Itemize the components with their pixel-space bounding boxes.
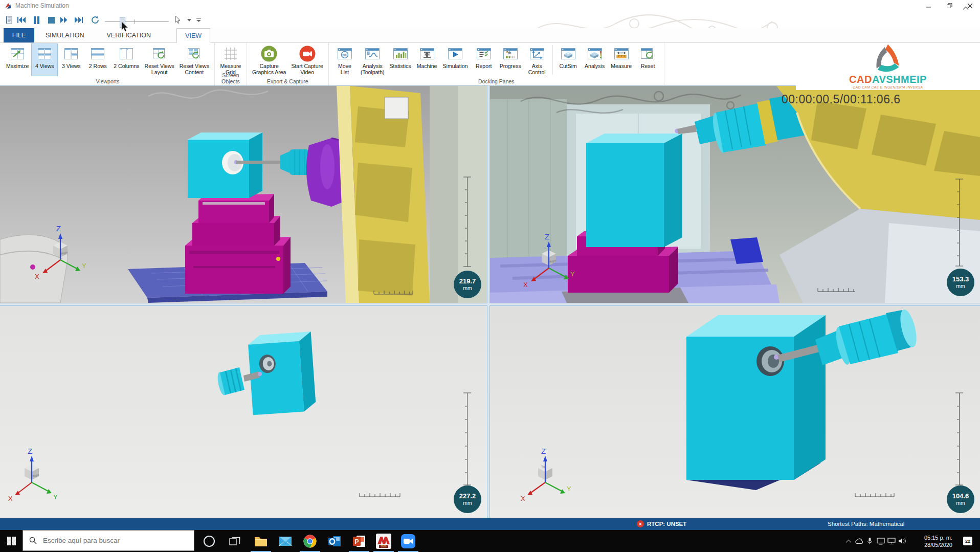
ribbon-button-reset-views-content[interactable]: Reset ViewsContent [177, 44, 211, 76]
viewport-top-left[interactable]: Right Z X Y 219.7 mm [0, 86, 487, 303]
mouse-cursor [121, 21, 129, 33]
pause-button[interactable] [32, 15, 42, 25]
button-label: Machine [417, 63, 437, 69]
ribbon-button-reset-views-layout[interactable]: Reset ViewsLayout [143, 44, 176, 76]
ribbon-button-statistics[interactable]: Statistics [388, 44, 413, 76]
button-label: Reset Views [180, 63, 209, 69]
ribbon-button-2-columns[interactable]: 2 Columns [112, 44, 141, 76]
report-icon [476, 45, 492, 63]
viewport-top-right[interactable]: Right Z X Y 00:00:00.5/00:11:06.6 153.3 … [490, 86, 980, 303]
taskbar-app-outlook[interactable] [323, 530, 346, 552]
ribbon-button-move-list[interactable]: NCMoveList [332, 44, 358, 76]
ribbon-button-4-views[interactable]: 4 Views [32, 44, 57, 76]
viewport-scene-top-right: Right Z X Y [490, 86, 980, 303]
ribbon-button-start-capture-video[interactable]: Start CaptureVideo [289, 44, 325, 76]
svg-text:Y: Y [53, 493, 58, 501]
ribbon-button-axis-control[interactable]: AxisControl [524, 44, 550, 76]
ribbon-group-screen-objects: MeasureGridScreen Objects [215, 43, 247, 85]
group-label: Docking Panes [329, 78, 664, 84]
workpiece-block [586, 134, 682, 247]
button-label: 4 Views [35, 63, 54, 69]
svg-text:X: X [523, 281, 528, 289]
ribbon-group-docking-panes: NCMoveListAnalysis(Toolpath)StatisticsMa… [329, 43, 664, 85]
start-button[interactable] [0, 530, 23, 552]
taskbar-app-mastercam-2020[interactable]: 2020 [372, 530, 395, 552]
views3-icon [63, 45, 79, 63]
tray-volume-icon[interactable] [897, 530, 907, 552]
action-center-button[interactable]: 22 [957, 530, 978, 552]
svg-text:NC: NC [342, 53, 347, 57]
taskbar-search[interactable] [23, 530, 194, 551]
taskbar-app-powerpoint[interactable]: P [347, 530, 371, 552]
button-label-2: (Toolpath) [361, 69, 385, 75]
tray-onedrive-icon[interactable] [854, 530, 864, 552]
tab-view[interactable]: VIEW [176, 28, 210, 43]
taskbar-app-mail[interactable] [274, 530, 297, 552]
machine-column [337, 86, 487, 303]
playback-slider-track[interactable] [105, 21, 169, 22]
grid-icon [223, 45, 238, 63]
taskbar-app-chrome[interactable] [298, 530, 322, 552]
ribbon-button-report[interactable]: Report [471, 44, 497, 76]
tray-microphone-icon[interactable] [864, 530, 875, 552]
ribbon-button-capture-graphics-area[interactable]: CaptureGraphics Area [250, 44, 288, 76]
taskbar-app-file-explorer[interactable] [249, 530, 273, 552]
nc-program-button[interactable] [4, 15, 14, 25]
button-label: Maximize [6, 63, 29, 69]
pointer-dropdown[interactable] [184, 15, 194, 25]
axis-icon [529, 45, 545, 63]
button-label: Analysis [585, 63, 605, 69]
taskbar: P2020 05:15 p. m.28/05/2020 22 [0, 530, 980, 552]
minimize-button[interactable] [919, 0, 939, 11]
search-input[interactable] [42, 536, 182, 545]
ribbon-button-maximize[interactable]: Maximize [4, 44, 31, 76]
svg-text:Z: Z [541, 447, 546, 455]
viewport-bottom-right[interactable]: Top Z X Y 104.6 mm [490, 306, 980, 518]
loop-button[interactable] [90, 15, 100, 25]
ribbon-button-measure[interactable]: Measure [609, 44, 634, 76]
button-label: 2 Rows [89, 63, 107, 69]
skip-to-end-button[interactable] [74, 15, 84, 25]
svg-text:Y: Y [570, 270, 575, 278]
stop-button[interactable] [46, 15, 56, 25]
brand-tagline: CAD CAM CAE E INGENIERIA INVERSA [853, 85, 923, 89]
tray-display-icon[interactable] [875, 530, 886, 552]
ribbon-button-2-rows[interactable]: 2 Rows [85, 44, 110, 76]
ribbon-button-machine[interactable]: Machine [414, 44, 440, 76]
app-icon [4, 2, 11, 9]
ribbon-button-reset[interactable]: Reset [635, 44, 661, 76]
search-icon [29, 537, 37, 544]
ribbon-button-measure-grid[interactable]: MeasureGrid [218, 44, 243, 76]
analysis3d-icon [587, 45, 603, 63]
toolbar-options-button[interactable] [193, 15, 204, 25]
title-bar: Machine Simulation [0, 0, 980, 11]
ribbon-button-progress[interactable]: %Progress [498, 44, 523, 76]
button-label-2: List [341, 69, 349, 75]
button-label: Axis [532, 63, 542, 69]
rewind-button[interactable] [16, 15, 27, 25]
pointer-mode-button[interactable] [173, 15, 183, 25]
ribbon-button-3-views[interactable]: 3 Views [58, 44, 84, 76]
fast-forward-button[interactable] [59, 15, 70, 25]
ribbon-button-analysis[interactable]: Analysis [582, 44, 608, 76]
tray-hidden-icons-icon[interactable] [843, 530, 854, 552]
taskbar-app-zoom[interactable] [396, 530, 420, 552]
ribbon-button-simulation[interactable]: Simulation [441, 44, 470, 76]
cortana-button[interactable] [197, 530, 221, 552]
ribbon-button-cutsim[interactable]: CutSim [555, 44, 581, 76]
taskbar-clock[interactable]: 05:15 p. m.28/05/2020 [915, 530, 953, 552]
measureRuler-icon [614, 45, 629, 63]
button-label: CutSim [559, 63, 576, 69]
svg-text:2020: 2020 [381, 545, 387, 548]
restore-button[interactable] [939, 0, 960, 11]
tab-file[interactable]: FILE [4, 28, 34, 42]
cols2-icon [119, 45, 134, 63]
workpiece-block [188, 133, 262, 198]
tray-network-icon[interactable] [886, 530, 897, 552]
svg-text:X: X [8, 495, 13, 502]
task-view-button[interactable] [223, 530, 247, 552]
viewport-bottom-left[interactable]: Right Z X Y 227.2 mm [0, 306, 487, 518]
ribbon-button-analysis-toolpath-[interactable]: Analysis(Toolpath) [359, 44, 387, 76]
collapse-ribbon-button[interactable] [963, 3, 969, 12]
tab-simulation[interactable]: SIMULATION [34, 28, 95, 42]
